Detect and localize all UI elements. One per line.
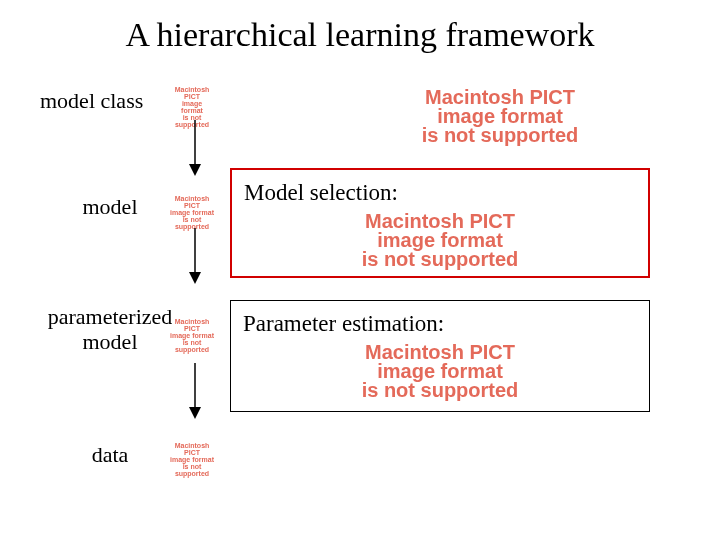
arrow-down-icon [185, 228, 205, 284]
svg-marker-3 [189, 272, 201, 284]
pict-placeholder-icon: Macintosh PICTimage formatis not support… [360, 88, 640, 145]
pict-placeholder-icon: Macintosh PICTimage formatis not support… [168, 195, 216, 230]
box-title-estimation: Parameter estimation: [243, 311, 637, 337]
pict-placeholder-icon: Macintosh PICTimage formatis not support… [315, 343, 565, 400]
box-model-selection: Model selection: Macintosh PICTimage for… [230, 168, 650, 278]
svg-marker-5 [189, 407, 201, 419]
svg-marker-1 [189, 164, 201, 176]
arrow-down-icon [185, 363, 205, 419]
arrow-down-icon [185, 120, 205, 176]
slide-title: A hierarchical learning framework [0, 16, 720, 54]
level-data: data [30, 442, 190, 467]
pict-placeholder-icon: Macintosh PICTimage formatis not support… [170, 318, 214, 353]
level-model: model [30, 194, 190, 219]
level-parameterized-model: parameterized model [30, 304, 190, 355]
pict-placeholder-icon: Macintosh PICTimage formatis not support… [170, 442, 214, 477]
pict-placeholder-icon: Macintosh PICTimage formatis not support… [315, 212, 565, 269]
box-parameter-estimation: Parameter estimation: Macintosh PICTimag… [230, 300, 650, 412]
box-title-selection: Model selection: [244, 180, 636, 206]
